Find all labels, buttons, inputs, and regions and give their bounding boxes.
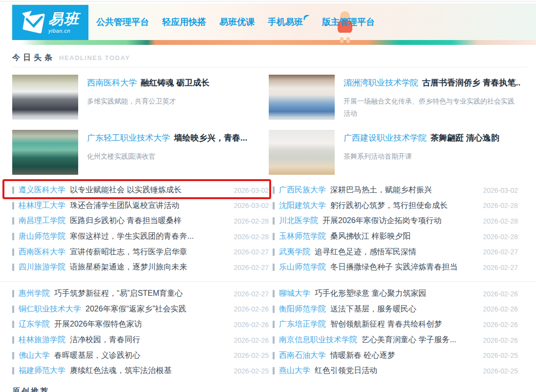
news-row[interactable]: 玉林师范学院 桑风拂钦江 梓影映夕阳 2026-02-28 — [273, 229, 518, 245]
featured-text: 西南医科大学融红铸魂 砺卫成长 多维实践赋能，共育公卫英才 — [87, 75, 210, 120]
news-title[interactable]: 医路归乡践初心 青春担当暖桑梓 — [70, 216, 229, 226]
featured-school-link[interactable]: 湄洲湾职业技术学院 — [343, 78, 418, 87]
featured-text: 广西建设职业技术学院茶舞翩跹 清心逸韵 茶舞系列活动首期开课 — [343, 130, 499, 175]
news-school-link[interactable]: 衡阳师范学院 — [279, 304, 326, 314]
news-row[interactable]: 南京信息职业技术学院 艺心美育润童心 学子服务... 2026-02-26 — [273, 332, 518, 348]
news-title[interactable]: 2026年寒假“返家乡”社会实践 — [86, 304, 229, 314]
news-school-link[interactable]: 辽东学院 — [19, 319, 50, 330]
news-title[interactable]: 智创领航新征程 青春共绘科创梦 — [330, 319, 478, 330]
next-section-title: 原创推荐 — [12, 387, 49, 392]
news-school-link[interactable]: 铜仁职业技术大学 — [19, 304, 81, 314]
news-row[interactable]: 燕山大学 红色引领党日活动 2026-02-25 — [273, 363, 518, 379]
news-row[interactable]: 遵义医科大学 以专业赋能社会 以实践锤炼成长 2026-03-02 — [12, 183, 269, 198]
news-title[interactable]: 以专业赋能社会 以实践锤炼成长 — [70, 185, 229, 195]
bullet-bar-icon — [273, 290, 275, 297]
news-school-link[interactable]: 广西民族大学 — [279, 185, 326, 195]
featured-photo[interactable] — [269, 75, 335, 120]
news-title[interactable]: 躬行践初心筑梦，笃行担使命成长 — [330, 201, 478, 211]
news-row[interactable]: 辽东学院 开展2026年寒假特色家访 2026-02-26 — [12, 317, 269, 332]
news-title[interactable]: 深耕巴马热土，赋能乡村振兴 — [330, 185, 478, 195]
news-row[interactable]: 沈阳建筑大学 躬行践初心筑梦，笃行担使命成长 2026-02-28 — [273, 198, 518, 214]
news-row[interactable]: 铜仁职业技术大学 2026年寒假“返家乡”社会实践 2026-02-26 — [12, 302, 269, 317]
featured-headline[interactable]: 墙绘映乡兴，青春... — [174, 133, 247, 143]
featured-photo[interactable] — [269, 130, 335, 175]
news-title[interactable]: 追寻红色足迹，感悟军民深情 — [315, 247, 478, 257]
featured-school-link[interactable]: 广东轻工职业技术大学 — [87, 133, 170, 143]
news-school-link[interactable]: 桂林旅游学院 — [19, 335, 65, 345]
news-title[interactable]: 宣讲传薪昭壮志，笃行医学启华章 — [70, 247, 229, 257]
news-school-link[interactable]: 川北医学院 — [279, 216, 318, 226]
featured-item[interactable]: 广西建设职业技术学院茶舞翩跹 清心逸韵 茶舞系列活动首期开课 — [269, 130, 520, 175]
news-school-link[interactable]: 武夷学院 — [279, 247, 310, 257]
featured-item[interactable]: 西南医科大学融红铸魂 砺卫成长 多维实践赋能，共育公卫英才 — [12, 75, 264, 120]
news-title[interactable]: 开展2026年寒假访企拓岗专项行动 — [322, 216, 478, 226]
news-row[interactable]: 福建师范大学 赓续红色法魂，筑牢法治根基 2026-02-25 — [12, 363, 269, 379]
news-row[interactable]: 广西民族大学 深耕巴马热土，赋能乡村振兴 2026-03-02 — [273, 183, 518, 198]
news-title[interactable]: 珠还合浦学生团队返校宣讲活动 — [70, 201, 229, 211]
news-school-link[interactable]: 广东培正学院 — [279, 319, 326, 330]
news-title[interactable]: 巧手筑梦新征程，“易”启STEM育童心 — [54, 289, 229, 299]
news-title[interactable]: 巧手化形塑绿意 童心聚力筑家园 — [315, 289, 478, 299]
news-row[interactable]: 南昌理工学院 医路归乡践初心 青春担当暖桑梓 2026-02-28 — [12, 213, 269, 229]
news-row[interactable]: 唐山师范学院 寒假这样过，学生实践团的青春奔... 2026-02-28 — [12, 229, 269, 245]
yiban-logo[interactable]: 易班 yiban.cn — [12, 5, 88, 40]
news-school-link[interactable]: 四川旅游学院 — [19, 262, 65, 272]
news-row[interactable]: 桂林理工大学 珠还合浦学生团队返校宣讲活动 2026-03-02 — [12, 198, 269, 214]
nav-link[interactable]: 版主管理平台 — [322, 16, 375, 28]
yiban-homepage: 易班 yiban.cn 公共管理平台 轻应用快搭 — [0, 0, 536, 392]
news-date: 2026-03-02 — [483, 186, 518, 194]
news-school-link[interactable]: 西南医科大学 — [19, 247, 65, 257]
news-school-link[interactable]: 聊城大学 — [279, 289, 310, 299]
news-school-link[interactable]: 南京信息职业技术学院 — [279, 335, 357, 345]
news-title[interactable]: 送法下基层，服务暖民心 — [330, 304, 478, 314]
news-row[interactable]: 乐山师范学院 冬日播撒绿色种子 实践淬炼青春担当 2026-02-27 — [273, 260, 518, 275]
news-title[interactable]: 寒假这样过，学生实践团的青春奔... — [70, 231, 229, 242]
news-school-link[interactable]: 沈阳建筑大学 — [279, 201, 326, 211]
featured-item[interactable]: 湄洲湾职业技术学院古厝书香润侨乡 青春执笔... 开展一场融合文化传承、侨乡特色… — [269, 75, 520, 120]
news-row[interactable]: 广东培正学院 智创领航新征程 青春共绘科创梦 2026-02-26 — [273, 317, 518, 332]
featured-school-link[interactable]: 广西建设职业技术学院 — [343, 133, 427, 143]
news-title[interactable]: 赓续红色法魂，筑牢法治根基 — [70, 366, 229, 376]
featured-headline[interactable]: 融红铸魂 砺卫成长 — [141, 78, 210, 87]
nav-link[interactable]: 公共管理平台 — [96, 16, 149, 28]
news-school-link[interactable]: 佛山大学 — [19, 351, 50, 361]
news-title[interactable]: 情暖新春 砼心逐梦 — [330, 351, 478, 361]
news-school-link[interactable]: 西南石油大学 — [279, 351, 326, 361]
news-row[interactable]: 聊城大学 巧手化形塑绿意 童心聚力筑家园 2026-02-26 — [273, 286, 518, 302]
news-title[interactable]: 桑风拂钦江 梓影映夕阳 — [330, 231, 478, 242]
featured-headline[interactable]: 古厝书香润侨乡 青春执笔... — [422, 78, 520, 87]
news-row[interactable]: 衡阳师范学院 送法下基层，服务暖民心 2026-02-26 — [273, 302, 518, 317]
news-title[interactable]: 开展2026年寒假特色家访 — [54, 319, 229, 330]
news-title[interactable]: 红色引领党日活动 — [315, 366, 478, 376]
news-row[interactable]: 西南石油大学 情暖新春 砼心逐梦 2026-02-25 — [273, 348, 518, 363]
news-title[interactable]: 洁净校园，青春同行 — [70, 335, 229, 345]
featured-photo[interactable] — [12, 75, 78, 120]
news-row[interactable]: 西南医科大学 宣讲传薪昭壮志，笃行医学启华章 2026-02-27 — [12, 244, 269, 260]
news-row[interactable]: 佛山大学 春晖暖基层，义诊践初心 2026-02-25 — [12, 348, 269, 363]
featured-headline[interactable]: 茶舞翩跹 清心逸韵 — [430, 133, 499, 143]
news-school-link[interactable]: 南昌理工学院 — [19, 216, 65, 226]
news-school-link[interactable]: 惠州学院 — [19, 289, 50, 299]
nav-link[interactable]: 轻应用快搭 — [162, 16, 206, 28]
news-row[interactable]: 武夷学院 追寻红色足迹，感悟军民深情 2026-02-27 — [273, 244, 518, 260]
news-row[interactable]: 川北医学院 开展2026年寒假访企拓岗专项行动 2026-02-28 — [273, 213, 518, 229]
news-school-link[interactable]: 乐山师范学院 — [279, 262, 326, 272]
news-school-link[interactable]: 燕山大学 — [279, 366, 310, 376]
featured-item[interactable]: 广东轻工职业技术大学墙绘映乡兴，青春... 化州文楼实践圆满收官 — [12, 130, 264, 175]
news-school-link[interactable]: 唐山师范学院 — [19, 231, 65, 242]
news-row[interactable]: 惠州学院 巧手筑梦新征程，“易”启STEM育童心 2026-02-27 — [12, 286, 269, 302]
news-row[interactable]: 桂林旅游学院 洁净校园，青春同行 2026-02-26 — [12, 332, 269, 348]
nav-link[interactable]: 手机易班 — [268, 16, 309, 28]
news-school-link[interactable]: 桂林理工大学 — [19, 201, 65, 211]
nav-link[interactable]: 易班优课 — [219, 16, 255, 28]
news-title[interactable]: 艺心美育润童心 学子服务... — [362, 335, 478, 345]
news-school-link[interactable]: 遵义医科大学 — [19, 185, 65, 195]
featured-photo[interactable] — [12, 130, 78, 175]
featured-school-link[interactable]: 西南医科大学 — [87, 78, 137, 87]
news-row[interactable]: 四川旅游学院 语旅星桥架通途，逐梦川旅向未来 2026-02-27 — [12, 260, 269, 275]
news-title[interactable]: 春晖暖基层，义诊践初心 — [54, 351, 229, 361]
news-title[interactable]: 冬日播撒绿色种子 实践淬炼青春担当 — [330, 262, 478, 272]
news-title[interactable]: 语旅星桥架通途，逐梦川旅向未来 — [70, 262, 229, 272]
news-school-link[interactable]: 福建师范大学 — [19, 366, 65, 376]
news-school-link[interactable]: 玉林师范学院 — [279, 231, 326, 242]
